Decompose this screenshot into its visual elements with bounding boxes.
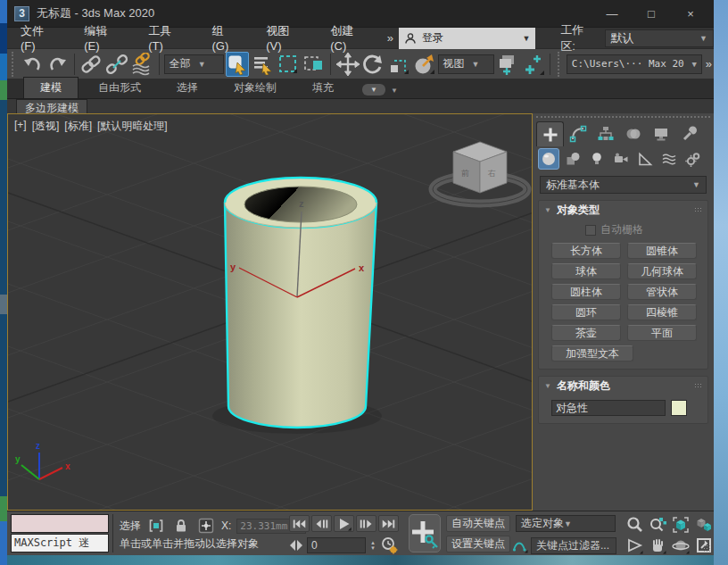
default-key-tangent-icon[interactable]: [512, 536, 528, 555]
go-to-start-button[interactable]: [289, 515, 310, 532]
select-and-link-icon[interactable]: [79, 52, 103, 77]
project-folder-dropdown[interactable]: C:\Users\··· Max 2020 ▼: [567, 54, 702, 74]
ribbon-tab-modeling[interactable]: 建模: [23, 77, 79, 98]
minimize-button[interactable]: —: [592, 1, 632, 26]
ribbon-tab-selection[interactable]: 选择: [161, 78, 214, 98]
perspective-viewport[interactable]: [+] [透视] [标准] [默认明暗处理]: [7, 113, 533, 511]
zoom-icon[interactable]: [625, 515, 644, 535]
use-pivot-point-center-icon[interactable]: [496, 52, 520, 77]
viewport-general-menu[interactable]: [+]: [14, 119, 27, 134]
category-cameras-icon[interactable]: [610, 148, 632, 170]
menu-tools[interactable]: 工具(T): [135, 28, 198, 49]
window-resize-grip[interactable]: [703, 544, 711, 553]
unlink-selection-icon[interactable]: [105, 52, 129, 77]
select-by-name-icon[interactable]: [251, 52, 275, 77]
cone-button[interactable]: 圆锥体: [627, 243, 697, 259]
toolbar-overflow-chevron[interactable]: »: [706, 57, 712, 71]
object-name-field[interactable]: [551, 400, 666, 416]
snap-toggle-icon[interactable]: [521, 52, 545, 77]
maxscript-macro-recorder[interactable]: [11, 514, 109, 533]
time-configuration-icon[interactable]: [379, 536, 399, 555]
category-shapes-icon[interactable]: [562, 148, 583, 170]
select-and-move-icon[interactable]: [335, 52, 360, 77]
box-button[interactable]: 长方体: [551, 243, 621, 259]
selection-lock-region-icon[interactable]: [146, 516, 166, 536]
select-and-scale-icon[interactable]: [386, 52, 410, 77]
toolbar-drag-handle[interactable]: [12, 52, 16, 77]
close-button[interactable]: ×: [671, 1, 710, 26]
geosphere-button[interactable]: 几何球体: [627, 263, 697, 279]
ribbon-panel-polygon-modeling[interactable]: 多边形建模: [16, 99, 87, 113]
rectangular-selection-region-icon[interactable]: [277, 52, 301, 77]
set-keys-button[interactable]: [409, 514, 441, 553]
menu-edit[interactable]: 编辑(E): [70, 28, 135, 49]
cylinder-button[interactable]: 圆柱体: [551, 284, 621, 300]
workspace-dropdown[interactable]: 默认 ▼: [605, 29, 714, 47]
ribbon-tab-freeform[interactable]: 自由形式: [82, 78, 157, 98]
tab-modify[interactable]: [564, 121, 592, 146]
undo-icon[interactable]: [21, 52, 45, 77]
select-and-rotate-icon[interactable]: [361, 52, 385, 77]
menu-overflow-chevron[interactable]: »: [382, 31, 399, 45]
tab-utilities[interactable]: [674, 121, 702, 146]
torus-button[interactable]: 圆环: [551, 304, 621, 320]
tab-hierarchy[interactable]: [592, 121, 619, 146]
toolbar-drag-handle[interactable]: [558, 52, 562, 77]
category-space-warps-icon[interactable]: [658, 148, 680, 170]
zoom-all-icon[interactable]: [648, 515, 667, 535]
select-and-place-icon[interactable]: [412, 52, 436, 77]
ribbon-tab-object-paint[interactable]: 对象绘制: [218, 78, 293, 98]
plane-button[interactable]: 平面: [627, 325, 697, 341]
menu-file[interactable]: 文件(F): [7, 28, 70, 49]
teapot-button[interactable]: 茶壶: [551, 325, 621, 341]
tab-display[interactable]: [647, 121, 674, 146]
menu-create[interactable]: 创建(C): [317, 28, 382, 49]
text-plus-button[interactable]: 加强型文本: [551, 345, 633, 361]
orbit-icon[interactable]: [671, 536, 691, 555]
viewport-shading-menu[interactable]: [默认明暗处理]: [97, 119, 168, 134]
menu-views[interactable]: 视图(V): [252, 28, 317, 49]
previous-frame-button[interactable]: [311, 515, 332, 532]
go-to-end-button[interactable]: [378, 515, 399, 532]
tube-button[interactable]: 管状体: [627, 284, 697, 300]
chevron-down-icon[interactable]: ▼: [391, 87, 398, 95]
bind-to-space-warp-icon[interactable]: [130, 52, 154, 77]
play-button[interactable]: [334, 515, 354, 532]
category-systems-icon[interactable]: [682, 148, 704, 170]
selection-filter-dropdown[interactable]: 全部 ▼: [164, 54, 224, 74]
category-helpers-icon[interactable]: [634, 148, 656, 170]
maximize-button[interactable]: □: [632, 1, 671, 26]
panel-drag-handle[interactable]: [536, 116, 710, 120]
tab-motion[interactable]: [619, 121, 647, 146]
tube-object[interactable]: [212, 178, 382, 434]
sphere-button[interactable]: 球体: [551, 263, 621, 279]
viewcube[interactable]: 前 右: [433, 142, 527, 204]
object-type-rollout-header[interactable]: ▼ 对象类型: [539, 201, 707, 219]
redo-icon[interactable]: [46, 52, 70, 77]
select-object-icon[interactable]: [226, 52, 250, 77]
window-crossing-icon[interactable]: [302, 52, 327, 77]
login-dropdown[interactable]: 登录 ▼: [399, 28, 535, 49]
key-mode-toggle-icon[interactable]: [289, 536, 303, 555]
zoom-extents-icon[interactable]: [671, 515, 691, 535]
key-filters-button[interactable]: 关键点过滤器...: [531, 537, 616, 554]
set-key-button[interactable]: 设置关键点: [446, 536, 510, 553]
autogrid-checkbox[interactable]: [585, 225, 596, 236]
menu-group[interactable]: 组(G): [198, 28, 252, 49]
reference-coordinate-dropdown[interactable]: 视图 ▼: [438, 54, 494, 74]
absolute-offset-mode-icon[interactable]: [196, 516, 216, 536]
primitive-category-dropdown[interactable]: 标准基本体 ▼: [540, 176, 707, 194]
current-frame-field[interactable]: [307, 537, 366, 553]
ribbon-tab-populate[interactable]: 填充: [296, 78, 350, 98]
pyramid-button[interactable]: 四棱锥: [627, 304, 697, 320]
next-frame-button[interactable]: [356, 515, 376, 532]
viewport-pov-menu[interactable]: [透视]: [32, 119, 60, 134]
category-geometry-icon[interactable]: [538, 148, 559, 170]
viewport-standard-menu[interactable]: [标准]: [64, 119, 92, 134]
field-of-view-icon[interactable]: [625, 536, 644, 555]
selection-lock-icon[interactable]: [171, 516, 191, 536]
ribbon-minimize-button[interactable]: ▼: [362, 84, 385, 96]
name-color-rollout-header[interactable]: ▼ 名称和颜色: [539, 377, 707, 395]
auto-key-button[interactable]: 自动关键点: [446, 515, 510, 532]
selection-set-dropdown[interactable]: 选定对象 ▼: [516, 515, 616, 532]
